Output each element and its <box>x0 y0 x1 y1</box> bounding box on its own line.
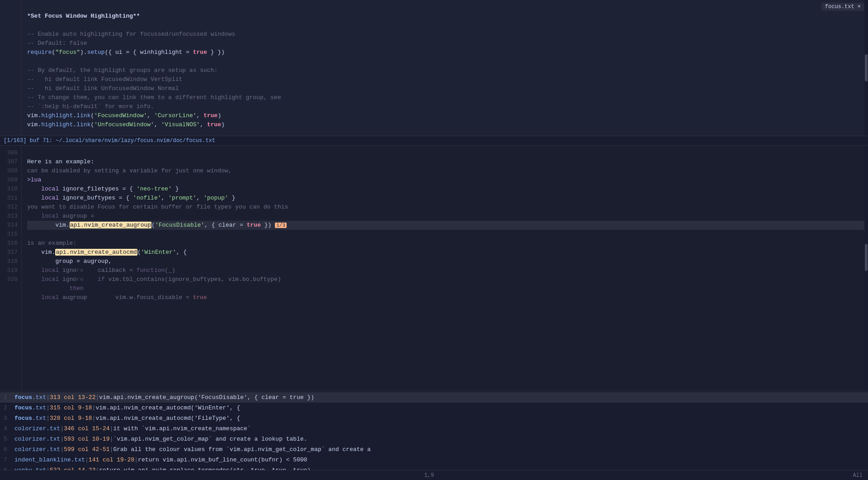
line-320: local augroup vim.w.focus_disable = true <box>27 294 207 301</box>
upper-scrollbar[interactable] <box>864 0 868 136</box>
line-313-active: vim.api.nvim_create_augroup('FocusDisabl… <box>27 221 864 230</box>
upper-editor-pane: *Set Focus Window Highlighting** -- Enab… <box>0 0 868 136</box>
search-counter: 1/3 <box>275 223 287 228</box>
line-315: vim.api.nvim_create_autocmd('WinEnter', … <box>27 249 187 256</box>
lower-scrollbar[interactable] <box>864 146 868 391</box>
line-318: local ignore if vim.tbl_contains(ignore_… <box>27 276 281 283</box>
upper-code-content[interactable]: *Set Focus Window Highlighting** -- Enab… <box>22 0 864 136</box>
line-317: local ignore callback = function(_) <box>27 267 175 274</box>
file-tab-label: focus.txt × <box>825 4 861 10</box>
comment-7: -- `:help hi-default` for more info. <box>27 103 154 110</box>
upper-line-numbers <box>0 0 22 136</box>
line-306: Here is an example: <box>27 158 94 165</box>
line-319: then <box>27 285 84 292</box>
heading-text: *Set Focus Window Highlighting** <box>27 13 140 19</box>
quickfix-area: 1 focus.txt|313 col 13-22| vim.api.nvim_… <box>0 391 868 470</box>
line-312: local augroup = <box>27 213 94 219</box>
lower-editor-pane: 3063073083093103113123133143153163173183… <box>0 146 868 391</box>
comment-6: -- To change them, you can link them to … <box>27 94 281 101</box>
qf-line-3[interactable]: 3 focus.txt|328 col 9-18| vim.api.nvim_c… <box>0 413 868 423</box>
comment-2: -- Default: false <box>27 40 87 47</box>
lower-scrollbar-thumb[interactable] <box>865 244 868 271</box>
qf-line-7[interactable]: 7 indent_blankline.txt|141 col 19-28| re… <box>0 455 868 465</box>
status-bar: 1,9 All <box>0 470 868 480</box>
qf-line-4[interactable]: 4 colorizer.txt|346 col 15-24| it with `… <box>0 423 868 434</box>
status-line: [1/163] buf 71: ~/.local/share/nvim/lazy… <box>0 136 868 146</box>
line-311: you want to disable Focus for certain bu… <box>27 204 288 210</box>
comment-4: -- hi default link FocusedWindow VertSpl… <box>27 76 182 83</box>
file-tab-indicator[interactable]: focus.txt × <box>821 3 864 11</box>
qf-line-2[interactable]: 2 focus.txt|315 col 9-18| vim.api.nvim_c… <box>0 403 868 413</box>
comment-3: -- By default, the highlight groups are … <box>27 67 217 74</box>
lower-code-content[interactable]: Here is an example: can be disabled by s… <box>22 146 864 391</box>
comment-5: -- hi default link UnfocusedWindow Norma… <box>27 85 179 92</box>
line-307: can be disabled by setting a variable fo… <box>27 167 231 174</box>
cursor-position: 1,9 <box>424 472 434 479</box>
search-match-1: api.nvim_create_augroup <box>70 222 151 228</box>
lower-line-numbers: 3063073083093103113123133143153163173183… <box>0 146 22 391</box>
line-309: local ignore_filetypes = { 'neo-tree' } <box>27 185 179 192</box>
scroll-position: All <box>853 472 863 479</box>
qf-line-5[interactable]: 5 colorizer.txt|593 col 10-19| `vim.api.… <box>0 434 868 444</box>
status-file-info: [1/163] buf 71: ~/.local/share/nvim/lazy… <box>4 138 215 144</box>
upper-scrollbar-thumb[interactable] <box>865 54 868 81</box>
line-316: group = augroup, <box>27 258 112 265</box>
qf-line-1[interactable]: 1 focus.txt|313 col 13-22| vim.api.nvim_… <box>0 392 868 403</box>
qf-line-8[interactable]: 8 yanky.txt|522 col 14-23| return vim.ap… <box>0 465 868 470</box>
line-308: >lua <box>27 176 41 183</box>
search-match-2: api.nvim_create_autocmd <box>55 249 137 256</box>
line-310: local ignore_buftypes = { 'nofile', 'pro… <box>27 195 235 201</box>
comment-1: -- Enable auto highlighting for focussed… <box>27 31 235 38</box>
qf-line-6[interactable]: 6 colorizer.txt|599 col 42-51| Grab all … <box>0 444 868 455</box>
quickfix-list[interactable]: 1 focus.txt|313 col 13-22| vim.api.nvim_… <box>0 391 868 470</box>
line-314: is an example: <box>27 240 76 247</box>
